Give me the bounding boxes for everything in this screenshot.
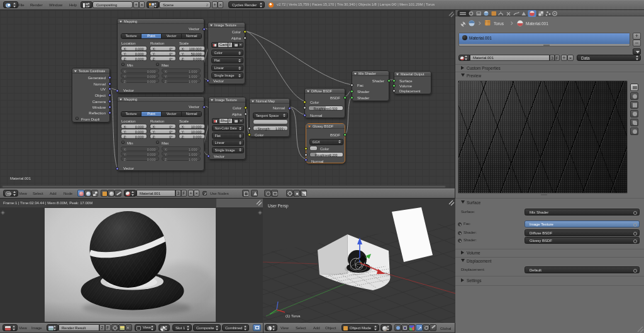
svg-text:User Persp: User Persp (268, 204, 289, 209)
svg-text:(1) Torus: (1) Torus (286, 314, 301, 318)
svg-text:Material.001: Material.001 (526, 21, 548, 26)
svg-text:Torus: Torus (494, 21, 504, 26)
